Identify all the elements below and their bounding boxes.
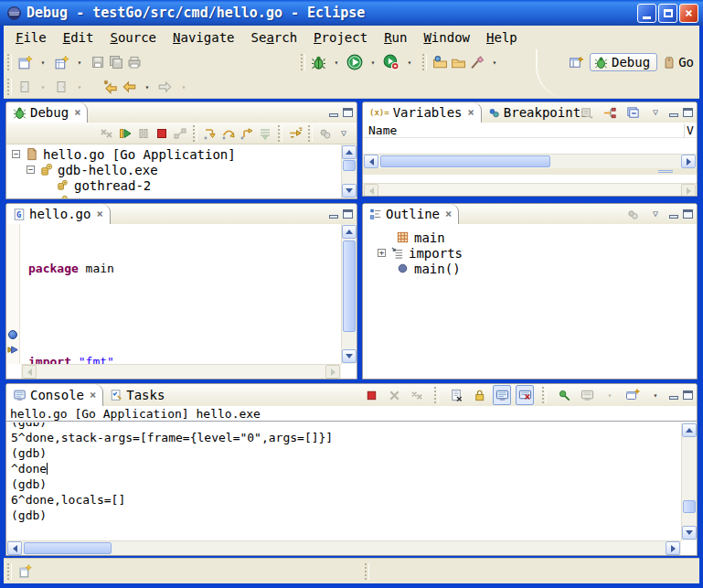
suspend-button[interactable] [134,123,153,144]
menu-file[interactable]: File [7,27,55,48]
collapse-expander-icon[interactable]: − [27,166,35,174]
scroll-left-button[interactable] [364,155,378,168]
scroll-left-button[interactable] [7,541,22,555]
tab-hello-go[interactable]: G hello.go × [6,204,111,224]
details-pane-sash[interactable] [363,168,697,175]
next-annotation-dropdown[interactable]: ▾ [34,77,52,97]
minimize-view-icon[interactable] [669,396,678,400]
editor-hscrollbar[interactable] [21,364,341,379]
terminate-button[interactable] [153,123,171,144]
tree-row-launch[interactable]: − hello.go [Go Application] [12,146,236,162]
minimize-view-icon[interactable] [669,113,678,117]
display-selected-console-button[interactable] [578,385,596,405]
back-dropdown[interactable]: ▾ [138,77,156,97]
show-logical-structure-button[interactable] [601,102,619,123]
scroll-right-button[interactable] [681,184,696,197]
toolbar-grip[interactable] [7,79,12,95]
new-wizard-button[interactable] [16,52,34,72]
open-console-dropdown[interactable]: ▾ [646,385,665,405]
mark-occurrences-dropdown[interactable]: ▾ [485,52,504,72]
debug-vertical-scrollbar[interactable] [341,144,357,198]
scroll-down-button[interactable] [342,349,357,363]
scroll-down-button[interactable] [342,184,357,198]
last-edit-location-button[interactable] [101,77,120,97]
perspective-go-button[interactable]: Go [661,54,696,70]
tree-row-thread[interactable]: gothread-2 [56,177,151,193]
prev-annotation-button[interactable] [52,77,70,97]
breakpoint-icon[interactable] [8,330,17,339]
outline-view-menu[interactable]: ▽ [646,204,665,224]
toolbar-grip[interactable] [422,54,427,70]
save-all-button[interactable] [107,52,125,72]
pin-console-button[interactable] [555,385,573,405]
run-launch-dropdown[interactable]: ▾ [364,52,382,72]
display-console-dropdown[interactable]: ▾ [601,385,619,405]
open-type-button[interactable] [431,52,449,72]
external-tools-button[interactable] [382,52,400,72]
resume-button[interactable] [116,123,134,144]
run-launch-button[interactable] [346,52,364,72]
menu-run[interactable]: Run [376,27,415,48]
maximize-view-icon[interactable] [683,209,693,219]
scroll-lock-button[interactable] [470,385,488,405]
remove-all-launches-button[interactable] [408,385,426,405]
details-hscrollbar-disabled[interactable] [363,183,697,197]
scroll-up-button[interactable] [342,145,357,159]
close-button[interactable]: × [679,4,698,23]
show-stdout-toggle[interactable] [493,385,511,405]
scroll-right-button[interactable] [681,155,696,168]
outline-item-package[interactable]: main [396,230,445,245]
outline-tree[interactable]: main + imports main() [363,224,697,379]
outline-item-imports[interactable]: + imports [378,245,463,261]
debug-view-menu[interactable]: ▽ [335,123,353,144]
console-output[interactable]: (gdb) 5^done,stack-args=[frame={level="0… [6,422,681,540]
variables-details-pane[interactable] [363,175,697,183]
tab-console[interactable]: Console × [6,384,103,406]
close-icon[interactable]: × [72,106,80,119]
console-terminate-button[interactable] [362,385,380,405]
console-hscrollbar[interactable] [6,540,681,555]
prev-annotation-dropdown[interactable]: ▾ [70,77,89,97]
maximize-view-icon[interactable] [343,108,353,117]
back-button[interactable] [120,77,138,97]
tab-outline[interactable]: Outline × [363,204,459,224]
scrollbar-thumb[interactable] [343,160,356,171]
maximize-view-icon[interactable] [343,209,353,219]
disconnect-button[interactable] [171,123,189,144]
show-stderr-toggle[interactable] [516,385,534,405]
step-into-button[interactable] [201,123,219,144]
scroll-up-button[interactable] [342,225,357,239]
save-button[interactable] [89,52,107,72]
tree-row-process[interactable]: − gdb-hello.exe [27,162,158,177]
toolbar-grip[interactable] [301,54,305,70]
use-step-filters-button[interactable] [286,123,304,144]
menu-navigate[interactable]: Navigate [165,27,242,48]
collapse-expander-icon[interactable]: − [12,150,20,158]
collapse-all-button[interactable] [623,102,642,123]
clear-console-button[interactable] [447,385,465,405]
debug-launch-dropdown[interactable]: ▾ [327,52,346,72]
maximize-button[interactable] [658,4,677,23]
minimize-view-icon[interactable] [329,215,338,219]
close-icon[interactable]: × [88,389,96,401]
external-tools-dropdown[interactable]: ▾ [400,52,419,72]
forward-dropdown[interactable]: ▾ [175,77,193,97]
menu-help[interactable]: Help [478,27,526,48]
new-wizard-dropdown[interactable]: ▾ [34,52,52,72]
close-icon[interactable]: × [443,208,452,220]
maximize-view-icon[interactable] [683,390,693,400]
scroll-left-button[interactable] [22,365,37,379]
new-project-dropdown[interactable]: ▾ [70,52,89,72]
open-console-button[interactable] [623,385,642,405]
scroll-down-button[interactable] [682,526,697,540]
close-icon[interactable]: × [466,106,474,119]
scrollbar-thumb[interactable] [683,500,696,513]
debug-tree[interactable]: − hello.go [Go Application] − gdb-hello.… [6,144,357,198]
tab-debug[interactable]: Debug × [6,102,88,123]
outline-filter-button[interactable] [623,204,642,224]
variables-hscrollbar[interactable] [363,154,697,168]
editor-content[interactable]: package main import "fmt" func main() { … [21,224,341,364]
editor-annotation-ruler[interactable] [6,224,20,364]
variables-table-empty[interactable] [363,139,697,154]
scrollbar-thumb[interactable] [24,542,112,554]
